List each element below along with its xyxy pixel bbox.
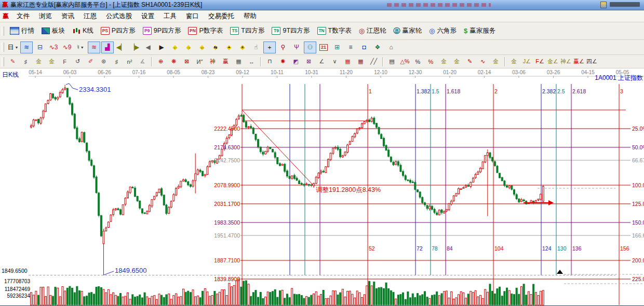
tool-gold-circle[interactable]: 金 bbox=[438, 56, 450, 67]
period-day-dropdown-icon[interactable]: ▼ bbox=[15, 46, 19, 49]
tool-gold-lines-2[interactable]: 金 bbox=[490, 56, 502, 67]
tool-circle-degrees[interactable]: ⊛ bbox=[98, 56, 110, 67]
tool-grid-123[interactable]: ▦ bbox=[233, 56, 245, 67]
tool-tick-ruler-2[interactable]: ♯ bbox=[111, 56, 123, 67]
tool-angle-select[interactable]: ∡ bbox=[137, 56, 149, 67]
tool-ying-tool[interactable]: 赢 bbox=[220, 56, 232, 67]
tool-n-square[interactable]: n² bbox=[124, 56, 136, 67]
tool-nav-next[interactable]: ▶ bbox=[155, 41, 168, 53]
tool-gold-angle[interactable]: 金∠ bbox=[547, 56, 559, 67]
tool-smart-analysis[interactable]: ⚇ bbox=[304, 41, 316, 53]
tool-box-lines[interactable]: ⊠ bbox=[303, 56, 315, 67]
tool-red-pattern[interactable]: ≋ bbox=[88, 41, 100, 53]
tool-star-web[interactable]: ❋ bbox=[168, 56, 180, 67]
tool-angle-lines[interactable]: ∠ bbox=[316, 56, 328, 67]
toolbar-button-p-number-table[interactable]: PNP数字表 bbox=[184, 25, 226, 36]
menu-item-1[interactable]: 浏览 bbox=[34, 11, 57, 21]
tool-crosshair[interactable]: ＋ bbox=[263, 41, 276, 53]
tool-shen-angle[interactable]: 神∠ bbox=[560, 56, 572, 67]
menu-item-3[interactable]: 江恩 bbox=[79, 11, 101, 21]
tool-price-list[interactable]: ▤ bbox=[386, 56, 398, 67]
tool-pen-red[interactable]: ✎ bbox=[464, 56, 476, 67]
tool-nav-prev[interactable]: ◀ bbox=[142, 41, 154, 53]
tool-pen-tool[interactable]: ✎ bbox=[7, 56, 19, 67]
toolbar-button-kline[interactable]: K线 bbox=[69, 25, 97, 36]
tool-hand-tool[interactable]: ☝ bbox=[250, 41, 262, 53]
tool-fan-box[interactable]: ◩ bbox=[290, 56, 302, 67]
menu-item-8[interactable]: 交易委托 bbox=[204, 11, 239, 21]
tool-shift-right[interactable]: ◆→ bbox=[182, 41, 195, 53]
titlebar-tray-icon[interactable] bbox=[600, 2, 607, 8]
tool-square-web[interactable]: ⊠ bbox=[181, 56, 193, 67]
tool-calculator[interactable]: ⊞ bbox=[331, 41, 343, 53]
tool-percent[interactable]: % bbox=[412, 56, 424, 67]
tool-single-candle[interactable]: ♮▼ bbox=[74, 41, 87, 53]
menu-item-9[interactable]: 帮助 bbox=[239, 11, 261, 21]
tool-purple-tool[interactable]: Ψ bbox=[290, 41, 303, 53]
toolbar-button-gann-wheel[interactable]: ◎江恩轮 bbox=[355, 25, 390, 36]
tool-zoom-cancel[interactable]: ⚲ bbox=[277, 41, 289, 53]
tool-web-export[interactable]: ❖ bbox=[371, 41, 384, 53]
toolbar-button-quotes[interactable]: 行情 bbox=[6, 25, 38, 36]
toolbar-grip[interactable] bbox=[2, 43, 4, 52]
tool-grid-red[interactable]: ▦ bbox=[342, 56, 354, 67]
tool-nav-last[interactable]: ▕▶ bbox=[128, 41, 141, 53]
tool-expand-h[interactable]: ◆↔ bbox=[196, 41, 208, 53]
tool-expand-all[interactable]: ◆+ bbox=[223, 41, 235, 53]
tool-k-mark[interactable]: И″ bbox=[194, 56, 206, 67]
tool-gold-grid-1[interactable]: 金 bbox=[33, 56, 45, 67]
toolbar-button-hexagon[interactable]: ◎六角形 bbox=[425, 25, 460, 36]
tool-calendar-21[interactable]: 21 bbox=[317, 41, 330, 53]
toolbar-button-9t-square[interactable]: T99T四方形 bbox=[268, 25, 313, 36]
tool-slant-lines[interactable]: ╱╱ bbox=[368, 56, 380, 67]
chart-area[interactable]: 05-1406-0306-2607-1608-0508-2309-1210-11… bbox=[0, 68, 644, 306]
tool-si-angle[interactable]: 四∠ bbox=[586, 56, 598, 67]
tool-period-day[interactable]: 日▼ bbox=[7, 41, 19, 53]
tool-gann-fan[interactable]: ✺ bbox=[277, 56, 289, 67]
tool-gold-base[interactable]: 金 bbox=[508, 56, 520, 67]
tool-swap-axis[interactable]: ◆⇆ bbox=[209, 41, 222, 53]
menu-item-5[interactable]: 设置 bbox=[137, 11, 159, 21]
menu-item-0[interactable]: 文件 bbox=[12, 11, 34, 21]
tool-spiral[interactable]: ↺ bbox=[72, 56, 84, 67]
menu-item-4[interactable]: 公式选股 bbox=[101, 11, 137, 21]
toolbar-button-p-square[interactable]: PSP四方形 bbox=[97, 25, 139, 36]
menu-item-2[interactable]: 资讯 bbox=[57, 11, 79, 21]
toolbar-button-winner-service[interactable]: $赢家服务 bbox=[460, 25, 499, 36]
tool-span-arrows[interactable]: ↔ bbox=[246, 56, 258, 67]
toolbar-button-winner-wheel[interactable]: Ⓑ赢家轮 bbox=[390, 25, 426, 36]
tool-protractor-pen[interactable]: ✐ bbox=[85, 56, 97, 67]
toolbar-button-t-square[interactable]: TST四方形 bbox=[226, 25, 268, 36]
tool-percent-line[interactable]: % bbox=[425, 56, 437, 67]
tool-nav-first[interactable]: ◀▏ bbox=[115, 41, 127, 53]
tool-percent-chart[interactable]: △% bbox=[399, 56, 411, 67]
tool-target-circle[interactable]: ⊕ bbox=[155, 56, 167, 67]
tool-wave-3[interactable]: ∿3 bbox=[47, 41, 60, 53]
tool-shen-tool[interactable]: 神 bbox=[207, 56, 219, 67]
toolbar-button-9p-square[interactable]: P99P四方形 bbox=[139, 25, 185, 36]
single-candle-dropdown-icon[interactable]: ▼ bbox=[81, 46, 84, 49]
tool-shift-left[interactable]: ◆← bbox=[169, 41, 181, 53]
tool-histogram-view[interactable]: ▟ bbox=[101, 41, 114, 53]
tool-gold-grid-2[interactable]: 金 bbox=[46, 56, 58, 67]
tool-info-panel[interactable]: ⊟ bbox=[34, 41, 46, 53]
toolbar-button-t-number-table[interactable]: TNT数字表 bbox=[314, 25, 355, 36]
menu-item-7[interactable]: 窗口 bbox=[181, 11, 204, 21]
tool-f-ruler[interactable]: F bbox=[59, 56, 71, 67]
tool-fit-screen[interactable]: ◆✳ bbox=[236, 41, 249, 53]
toolbar-grip[interactable] bbox=[2, 57, 4, 66]
tool-v-lines[interactable]: ∨ bbox=[329, 56, 341, 67]
toolbar-grip[interactable] bbox=[2, 26, 4, 36]
tool-ying-angle[interactable]: 赢∠ bbox=[573, 56, 585, 67]
tool-save[interactable]: ◘ bbox=[358, 41, 370, 53]
menu-item-6[interactable]: 工具 bbox=[159, 11, 181, 21]
tool-overlay-pattern[interactable]: ≋ bbox=[20, 41, 33, 53]
tool-notes[interactable]: ≡ bbox=[344, 41, 357, 53]
tool-grid-dark[interactable]: ▦ bbox=[355, 56, 367, 67]
tool-f-angle[interactable]: F∠ bbox=[534, 56, 546, 67]
tool-tick-ruler[interactable]: ♯ bbox=[20, 56, 32, 67]
kline-chart[interactable]: 05-1406-0306-2607-1608-0508-2309-1210-11… bbox=[0, 68, 644, 306]
tool-wave-channel[interactable]: ∿ bbox=[477, 56, 489, 67]
toolbar-button-sectors[interactable]: 板块 bbox=[38, 25, 69, 36]
tool-j-angle[interactable]: J∠ bbox=[521, 56, 533, 67]
